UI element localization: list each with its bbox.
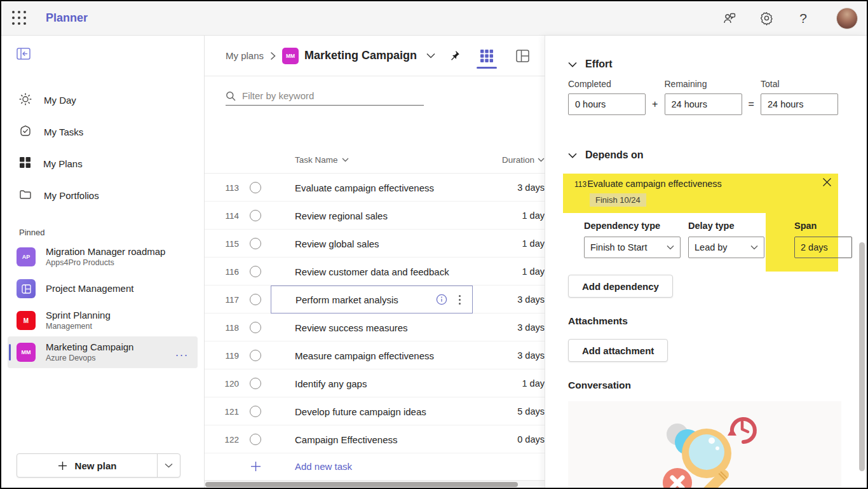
dependency-type-select[interactable]: Finish to Start — [584, 237, 681, 258]
table-row[interactable]: 121 Develop future campaign ideas 5 days — [205, 397, 545, 425]
sidebar-item-my-day[interactable]: My Day — [1, 84, 204, 116]
add-new-task-row[interactable]: Add new task — [205, 453, 545, 479]
task-name: Measure campaign effectiveness — [295, 350, 434, 361]
feedback-icon[interactable] — [722, 11, 737, 26]
horizontal-scrollbar[interactable] — [205, 480, 545, 488]
avatar[interactable] — [836, 8, 858, 29]
plus-icon — [240, 461, 271, 472]
sidebar-item-my-tasks[interactable]: My Tasks — [1, 116, 204, 148]
chevron-right-icon — [270, 52, 276, 60]
completed-input[interactable] — [568, 93, 646, 115]
vertical-scrollbar-thumb[interactable] — [859, 242, 865, 471]
new-plan-dropdown-button[interactable] — [157, 454, 180, 477]
breadcrumb-my-plans-link[interactable]: My plans — [226, 50, 264, 61]
horizontal-scrollbar-thumb[interactable] — [205, 482, 518, 487]
task-name-cell[interactable]: Review success measures — [271, 313, 481, 341]
kebab-menu-icon[interactable] — [458, 294, 462, 306]
span-input[interactable] — [794, 237, 852, 258]
add-dependency-button[interactable]: Add dependency — [568, 275, 673, 298]
task-name-cell[interactable]: Perform market analysis — [271, 286, 473, 313]
task-name-cell[interactable]: Identify any gaps — [271, 369, 481, 397]
table-row[interactable]: 116 Review customer data and feedback 1 … — [205, 258, 545, 286]
plan-subtitle: Azure Devops — [46, 354, 133, 364]
total-input[interactable] — [761, 93, 838, 115]
task-complete-circle[interactable] — [250, 182, 261, 193]
conversation-heading: Conversation — [568, 380, 838, 391]
sidebar-item-label: My Tasks — [44, 127, 83, 137]
task-name-cell[interactable]: Review global sales — [271, 230, 481, 258]
sidebar-item-label: My Plans — [43, 158, 83, 169]
task-name-cell[interactable]: Evaluate campaign effectiveness — [271, 174, 481, 202]
settings-gear-icon[interactable] — [759, 11, 774, 26]
task-complete-circle[interactable] — [250, 238, 261, 249]
task-complete-circle[interactable] — [250, 266, 261, 277]
task-duration: 1 day — [481, 378, 545, 389]
table-row[interactable]: 118 Review success measures 3 days — [205, 313, 545, 341]
task-complete-circle[interactable] — [250, 350, 261, 361]
task-id: 116 — [205, 267, 240, 277]
grid-view-tab[interactable] — [478, 43, 495, 69]
table-row[interactable]: 119 Measure campaign effectiveness 3 day… — [205, 341, 545, 369]
column-header-duration[interactable]: Duration — [481, 155, 545, 165]
more-options-icon[interactable]: ... — [175, 349, 189, 355]
table-row[interactable]: 122 Campaign Effectiveness 0 days — [205, 425, 545, 453]
task-complete-circle[interactable] — [250, 322, 261, 333]
pinned-plan-marketing-campaign[interactable]: MM Marketing Campaign Azure Devops ... — [8, 336, 198, 368]
task-duration: 3 days — [481, 294, 545, 305]
task-name: Evaluate campaign effectiveness — [295, 183, 434, 193]
task-complete-circle[interactable] — [250, 294, 261, 305]
plus-operator: + — [646, 99, 665, 115]
task-complete-circle[interactable] — [250, 434, 261, 445]
board-view-tab[interactable] — [514, 43, 531, 69]
sidebar-item-my-portfolios[interactable]: My Portfolios — [1, 179, 204, 211]
task-name-cell[interactable]: Measure campaign effectiveness — [271, 341, 481, 369]
pinned-plan-migration-manager[interactable]: AP Migration Manager roadmap Apps4Pro Pr… — [8, 241, 198, 273]
remove-dependency-icon[interactable] — [822, 177, 832, 187]
plan-switcher-chevron-icon[interactable] — [426, 53, 435, 59]
task-name-cell[interactable]: Review customer data and feedback — [271, 258, 481, 286]
table-row[interactable]: 117 Perform market analysis 3 days — [205, 286, 545, 313]
table-row[interactable]: 120 Identify any gaps 1 day — [205, 369, 545, 397]
folder-icon — [19, 188, 32, 203]
top-bar: Planner ? — [1, 1, 867, 36]
plan-icon — [17, 279, 36, 298]
task-duration: 3 days — [481, 183, 545, 193]
plan-subtitle: Management — [46, 322, 111, 332]
sidebar-item-my-plans[interactable]: My Plans — [1, 148, 204, 179]
new-plan-button-group: New plan — [17, 453, 180, 478]
app-launcher-icon[interactable] — [11, 10, 28, 27]
search-icon — [226, 91, 236, 101]
new-plan-button[interactable]: New plan — [17, 454, 157, 477]
depends-on-section-header[interactable]: Depends on — [568, 149, 838, 161]
help-icon[interactable]: ? — [796, 11, 811, 26]
task-id: 120 — [205, 379, 240, 389]
task-complete-circle[interactable] — [250, 406, 261, 417]
chevron-down-icon — [667, 245, 674, 250]
task-complete-circle[interactable] — [250, 378, 261, 389]
table-row[interactable]: 114 Review regional sales 1 day — [205, 202, 545, 230]
task-name-cell[interactable]: Campaign Effectiveness — [271, 425, 481, 453]
table-row[interactable]: 115 Review global sales 1 day — [205, 230, 545, 258]
column-header-task-name[interactable]: Task Name — [271, 155, 481, 165]
remaining-label: Remaining — [665, 79, 742, 89]
task-complete-circle[interactable] — [250, 210, 261, 221]
effort-section-header[interactable]: Effort — [568, 59, 838, 70]
filter-input[interactable] — [242, 90, 424, 101]
task-name-cell[interactable]: Review regional sales — [271, 202, 481, 230]
task-name: Identify any gaps — [295, 378, 367, 389]
pin-icon[interactable] — [449, 50, 460, 61]
collapse-sidebar-icon[interactable] — [17, 47, 31, 60]
chevron-down-icon — [568, 62, 577, 67]
task-name: Review customer data and feedback — [295, 266, 449, 277]
pinned-plan-project-management[interactable]: Project Management — [8, 273, 198, 305]
task-name-cell[interactable]: Develop future campaign ideas — [271, 397, 481, 425]
delay-type-select[interactable]: Lead by — [688, 237, 764, 258]
add-attachment-button[interactable]: Add attachment — [568, 339, 668, 362]
remaining-input[interactable] — [665, 93, 742, 115]
info-icon[interactable] — [436, 294, 447, 305]
add-new-task-label: Add new task — [271, 461, 481, 472]
dependency-task-name: Evaluate campaign effectiveness — [587, 179, 722, 189]
table-row[interactable]: 113 Evaluate campaign effectiveness 3 da… — [205, 174, 545, 202]
task-id: 119 — [205, 351, 240, 361]
pinned-plan-sprint-planning[interactable]: M Sprint Planning Management — [8, 305, 198, 336]
